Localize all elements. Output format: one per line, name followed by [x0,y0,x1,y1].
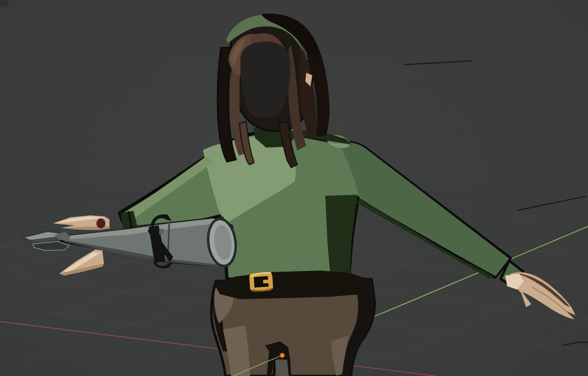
blender-3d-viewport[interactable] [0,0,588,376]
leg-gap [275,360,289,376]
viewport-canvas[interactable] [0,0,588,376]
clamp-pin [159,229,164,234]
origin-dot[interactable] [280,353,285,358]
face [241,42,290,118]
belt-buckle [249,272,273,292]
fist-opening [96,218,105,228]
